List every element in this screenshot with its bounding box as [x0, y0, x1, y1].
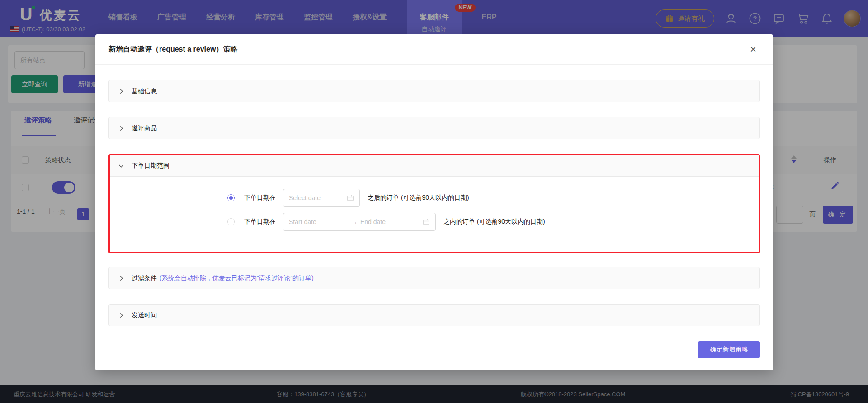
select-date-input[interactable]	[289, 189, 344, 206]
radio-within-range[interactable]	[227, 218, 235, 225]
accordion-invite-products-label: 邀评商品	[132, 124, 157, 132]
accordion-order-date-range-header[interactable]: 下单日期范围	[110, 155, 759, 177]
select-date-picker[interactable]	[283, 189, 360, 207]
range-arrow-icon: →	[351, 218, 358, 225]
option-within-label: 下单日期在	[244, 218, 276, 226]
calendar-icon	[347, 194, 354, 202]
accordion-filter-label: 过滤条件	[132, 274, 157, 282]
calendar-icon	[423, 218, 430, 225]
option-after-date-row: 下单日期在 之后的订单 (可选前90天以内的日期)	[227, 189, 759, 207]
end-date-input[interactable]	[360, 213, 420, 230]
modal-footer: 确定新增策略	[108, 341, 760, 358]
app-root: U 优麦云 (UTC-7): 03/30 03:02:02 销售看板 广告管理 …	[0, 0, 868, 403]
accordion-order-date-range: 下单日期范围 下单日期在 之后的订单 (可选前90天以内的日期)	[108, 154, 760, 253]
accordion-invite-products[interactable]: 邀评商品	[108, 117, 760, 139]
chevron-down-icon	[118, 163, 124, 169]
accordion-basic-info-label: 基础信息	[132, 87, 157, 95]
close-icon[interactable]: ×	[746, 42, 760, 56]
radio-after-date[interactable]	[227, 194, 235, 202]
accordion-send-time[interactable]: 发送时间	[108, 304, 760, 326]
chevron-right-icon	[118, 276, 124, 281]
confirm-add-strategy-button[interactable]: 确定新增策略	[698, 341, 760, 358]
modal-title: 新增自动邀评（request a review）策略	[108, 45, 237, 54]
modal-body: 基础信息 邀评商品 下单日期范围 下单日期在	[95, 65, 773, 358]
filter-hint-text: (系统会自动排除，优麦云已标记为“请求过评论”的订单)	[160, 274, 314, 282]
option-within-range-row: 下单日期在 → 之内的订单 (可选前90天以内的日期)	[227, 213, 759, 231]
accordion-send-time-label: 发送时间	[132, 311, 157, 319]
new-strategy-modal: 新增自动邀评（request a review）策略 × 基础信息 邀评商品	[95, 34, 773, 370]
modal-header: 新增自动邀评（request a review）策略 ×	[95, 34, 773, 65]
chevron-right-icon	[118, 89, 124, 94]
accordion-filter-conditions[interactable]: 过滤条件 (系统会自动排除，优麦云已标记为“请求过评论”的订单)	[108, 267, 760, 289]
chevron-right-icon	[118, 313, 124, 318]
chevron-right-icon	[118, 126, 124, 131]
order-date-range-body: 下单日期在 之后的订单 (可选前90天以内的日期) 下单日期在	[110, 177, 759, 252]
option-after-suffix: 之后的订单 (可选前90天以内的日期)	[368, 194, 469, 202]
option-after-label: 下单日期在	[244, 194, 276, 202]
accordion-order-date-range-label: 下单日期范围	[132, 162, 170, 170]
start-date-input[interactable]	[289, 213, 349, 230]
accordion-basic-info[interactable]: 基础信息	[108, 80, 760, 102]
date-range-picker[interactable]: →	[283, 213, 436, 231]
option-within-suffix: 之内的订单 (可选前90天以内的日期)	[443, 218, 545, 226]
